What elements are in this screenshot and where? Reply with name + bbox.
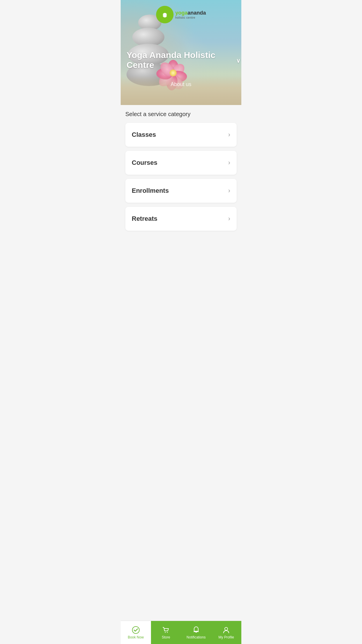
chevron-right-icon-retreats: › — [228, 215, 230, 223]
hero-title-container: Yoga Ananda Holistic Centre ∨ — [121, 50, 241, 70]
dropdown-chevron-icon[interactable]: ∨ — [236, 57, 241, 63]
logo-name: yogaananda — [175, 10, 206, 16]
logo-name-ananda: ananda — [187, 10, 206, 16]
logo: yogaananda holistic centre — [156, 6, 206, 23]
section-title: Select a service category — [125, 111, 237, 118]
business-name-text: Yoga Ananda Holistic Centre — [126, 50, 234, 70]
service-label-classes: Classes — [132, 131, 156, 139]
logo-icon — [159, 9, 170, 20]
sand-background — [121, 76, 241, 105]
chevron-right-icon-enrollments: › — [228, 187, 230, 195]
logo-text: yogaananda holistic centre — [175, 10, 206, 19]
service-list: Classes › Courses › Enrollments › Retrea… — [125, 123, 237, 231]
service-item-courses[interactable]: Courses › — [125, 151, 237, 175]
logo-sub: holistic centre — [175, 16, 206, 19]
main-content: Select a service category Classes › Cour… — [121, 105, 241, 260]
about-link[interactable]: About us — [121, 81, 241, 88]
logo-circle — [156, 6, 173, 23]
service-item-enrollments[interactable]: Enrollments › — [125, 179, 237, 203]
chevron-right-icon-classes: › — [228, 131, 230, 139]
service-label-enrollments: Enrollments — [132, 187, 169, 195]
service-label-retreats: Retreats — [132, 215, 157, 223]
service-item-classes[interactable]: Classes › — [125, 123, 237, 147]
hero-section: yogaananda holistic centre Yoga Ananda H… — [121, 0, 241, 105]
service-item-retreats[interactable]: Retreats › — [125, 207, 237, 231]
chevron-right-icon-courses: › — [228, 159, 230, 167]
hero-business-name[interactable]: Yoga Ananda Holistic Centre ∨ — [126, 50, 241, 70]
service-label-courses: Courses — [132, 159, 157, 167]
logo-name-yoga: yoga — [175, 10, 187, 16]
